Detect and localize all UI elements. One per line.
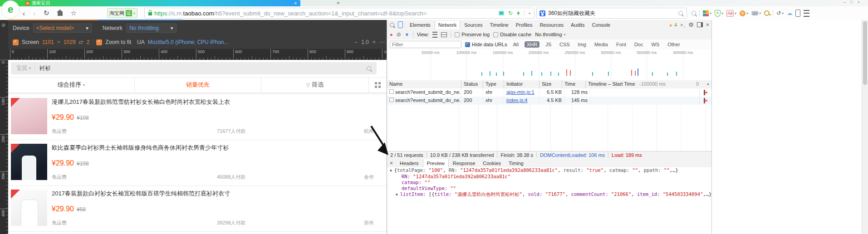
bookmark-star-icon[interactable]: ☆ [71, 9, 77, 17]
translate-refresh-icon[interactable]: ↻ [508, 10, 513, 16]
throttling-select[interactable]: No throttling▾ [126, 24, 177, 33]
product-row[interactable]: 漫娜儿2017春装新款韩范雪纺衬衫女长袖白色时尚衬衣宽松女装上衣 ¥29.90¥… [8, 94, 387, 140]
drawer-close-icon[interactable]: × [387, 160, 396, 166]
hide-data-urls-checkbox[interactable] [465, 42, 470, 47]
screenshot-icon[interactable] [499, 11, 504, 15]
money-shield-button[interactable]: ¥▾ [715, 10, 723, 17]
pill-all[interactable]: All [511, 41, 521, 48]
pill-media[interactable]: Media [592, 41, 610, 48]
product-row[interactable]: 欧比森夏季白衬衫男士长袖韩版修身纯色商务休闲衬衣男青少年寸衫 ¥29.90¥19… [8, 140, 387, 186]
network-request-row[interactable]: search?event_submit_do_ne... 200 xhr aja… [387, 88, 712, 97]
pill-font[interactable]: Font [614, 41, 628, 48]
console-drawer-icon[interactable]: >_ [680, 23, 685, 27]
col-type[interactable]: Type [483, 80, 504, 88]
tab-timing[interactable]: Timing [505, 159, 527, 167]
games-button[interactable]: ▾ [751, 11, 761, 15]
login-keeper-button[interactable] [764, 10, 770, 16]
row-checkbox[interactable] [389, 89, 394, 94]
view-toggle[interactable] [369, 78, 387, 92]
browser-logo[interactable]: e [1, 0, 20, 19]
tab-elements[interactable]: Elements [407, 21, 434, 29]
filter-funnel-icon[interactable]: ▼ [405, 32, 409, 37]
new-tab-button[interactable]: + [337, 0, 339, 5]
dock-side-icon[interactable] [697, 22, 703, 27]
tab-sources[interactable]: Sources [461, 21, 485, 29]
forward-button[interactable]: › [33, 10, 35, 17]
row-checkbox[interactable] [389, 98, 394, 102]
pill-img[interactable]: Img [576, 41, 588, 48]
large-rows-icon[interactable] [432, 32, 437, 38]
json-preview[interactable]: ▼ {totalPage: "100", RN: "1247da357a01f1… [387, 167, 712, 234]
screen-checkbox[interactable] [13, 39, 19, 45]
col-size[interactable]: Size [539, 80, 562, 88]
device-pixel-ratio[interactable]: 2 [87, 39, 90, 45]
clear-icon[interactable]: ⊘ [397, 31, 401, 38]
tab-timeline[interactable]: Timeline [487, 21, 512, 29]
pill-xhr[interactable]: XHR [525, 41, 539, 48]
zoom-out-button[interactable]: − [354, 39, 358, 45]
json-line[interactable]: defaultViewType: "" [387, 185, 712, 191]
hide-data-urls-toggle[interactable]: Hide data URLs [465, 42, 507, 47]
network-request-row[interactable]: search?event_submit_do_ne... 200 xhr ind… [387, 97, 712, 105]
product-image[interactable] [11, 98, 47, 134]
tab-response[interactable]: Response [449, 159, 479, 167]
col-timeline[interactable]: Timeline – Start Time -100000 ms 0 ▲ [586, 80, 712, 88]
urlbar-dropdown-icon[interactable]: ▾ [529, 11, 530, 15]
json-line[interactable]: ▼ {totalPage: "100", RN: "1247da357a01f1… [387, 167, 712, 174]
pill-js[interactable]: JS [543, 41, 554, 48]
maximize-icon[interactable]: □ [850, 0, 857, 5]
ua-value[interactable]: Mozilla/5.0 (iPhone; CPU iPhon... [148, 39, 229, 45]
device-mode-icon[interactable] [398, 21, 403, 28]
tab-preview[interactable]: Preview [423, 159, 449, 167]
pill-css[interactable]: CSS [557, 41, 572, 48]
tab-close-icon[interactable]: × [294, 1, 297, 6]
address-bar[interactable]: https://s.m.taobao.com/h5?event_submit_d… [144, 8, 535, 19]
search-box[interactable]: 360如何隐藏收藏夹 [536, 8, 687, 19]
site-identity-badge[interactable]: 淘宝网 证 ▾ [107, 8, 137, 18]
tab-profiles[interactable]: Profiles [513, 21, 536, 29]
menu-icon[interactable] [804, 10, 809, 17]
tab-resources[interactable]: Resources [536, 21, 567, 29]
back-button[interactable]: ‹ [23, 10, 25, 17]
taobao-search-bar[interactable]: 宝贝 ▾ 衬衫 [11, 62, 377, 74]
json-line[interactable]: ▼ listItem: [{title: "漫娜儿雪纺白色时尚宽松衬衫", so… [387, 191, 712, 198]
screen-width[interactable]: 1101 [42, 39, 54, 45]
sort-sales[interactable]: 销量优先 [135, 78, 261, 92]
search-icon[interactable] [367, 66, 371, 71]
preserve-log-checkbox[interactable] [455, 32, 460, 37]
pill-other[interactable]: Other [665, 41, 682, 48]
wallet-button[interactable]: ¥▾ [740, 10, 748, 16]
col-time[interactable]: Time [562, 80, 586, 88]
mobile-sync-icon[interactable] [795, 10, 800, 17]
overview-toggle-icon[interactable] [441, 32, 447, 37]
cloud-sync-icon[interactable]: ☁ [787, 10, 792, 16]
disable-cache-checkbox[interactable] [493, 32, 498, 37]
scrollbar-thumb[interactable] [863, 21, 867, 85]
throttling-dropdown[interactable]: No throttling▾ [535, 32, 565, 37]
product-title[interactable]: 2017春装新款白衬衫女长袖宽松韩版百搭学生纯棉韩范打底衫衬衣寸 [52, 190, 379, 198]
minimize-icon[interactable]: ─ [843, 0, 850, 5]
col-initiator[interactable]: Initiator [504, 80, 539, 88]
record-icon[interactable]: ● [390, 32, 393, 37]
tab-cookies[interactable]: Cookies [479, 159, 505, 167]
translate-button[interactable]: Aa▾ [726, 10, 736, 17]
find-icon[interactable] [691, 11, 696, 15]
browser-tab[interactable]: 淘 搜索宝贝 × [21, 0, 300, 6]
request-initiator-link[interactable]: index.js:4 [506, 98, 527, 103]
refresh-button[interactable]: ↻ [44, 9, 49, 17]
search-icon[interactable] [678, 11, 683, 15]
sort-comprehensive[interactable]: 综合排序▾ [8, 78, 135, 92]
inspect-element-icon[interactable] [390, 23, 394, 27]
disable-cache-toggle[interactable]: Disable cache [493, 32, 531, 37]
request-name[interactable]: search?event_submit_do_ne... [395, 89, 461, 95]
tab-console[interactable]: Console [589, 21, 613, 29]
pill-doc[interactable]: Doc [632, 41, 646, 48]
zoom-to-fit-checkbox[interactable] [96, 39, 102, 45]
undo-closed-tab-button[interactable]: ↺▾ [776, 10, 784, 16]
tab-network[interactable]: Network [435, 21, 460, 29]
window-close-icon[interactable]: × [858, 0, 864, 5]
block-overlay-icon[interactable]: ⊘ [1, 22, 5, 28]
product-image[interactable] [11, 144, 47, 180]
search-term[interactable]: 衬衫 [39, 64, 50, 72]
search-category[interactable]: 宝贝 [16, 64, 27, 72]
